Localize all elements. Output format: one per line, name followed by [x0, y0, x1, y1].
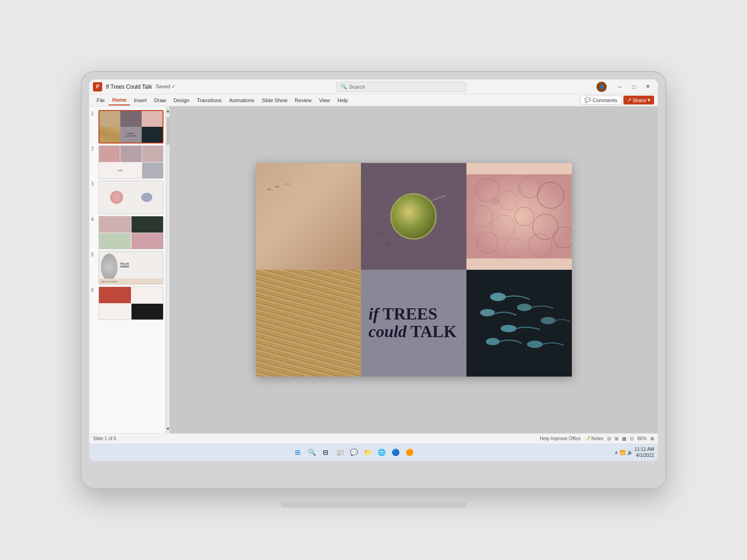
- slide-3-thumb[interactable]: [98, 181, 164, 214]
- slide-1-thumb[interactable]: if TREEScould TALK: [98, 110, 164, 143]
- laptop-frame: P If Trees Could Talk Saved ✓ 🔍 Search 👤…: [81, 71, 666, 489]
- slide-cell-top-left: [256, 163, 361, 270]
- powerpoint-taskbar-button[interactable]: 🟠: [404, 447, 415, 458]
- title-bar-right: 👤 ─ □ ✕: [561, 82, 654, 92]
- powerpoint-window: P If Trees Could Talk Saved ✓ 🔍 Search 👤…: [89, 79, 658, 461]
- slide-4-number: 4: [91, 217, 97, 222]
- view-presenter-icon[interactable]: ⊡: [630, 436, 634, 441]
- svg-point-15: [490, 293, 506, 301]
- slide-cell-bottom-right: [466, 270, 572, 377]
- tab-animations[interactable]: Animations: [225, 96, 258, 105]
- share-button[interactable]: ↗ Share ▾: [623, 96, 654, 104]
- slide-4-thumb[interactable]: [98, 216, 164, 249]
- clock-display[interactable]: 11:11 AM 4/1/2022: [635, 446, 654, 458]
- notes-button[interactable]: 📝 Notes: [584, 436, 603, 441]
- stars-decoration: [370, 226, 398, 260]
- slide-cell-top-center: [361, 163, 466, 270]
- wifi-icon[interactable]: 📶: [620, 450, 625, 455]
- scroll-thumb[interactable]: [167, 117, 170, 145]
- title-could: could: [368, 322, 406, 341]
- search-text: Search: [349, 84, 365, 90]
- svg-point-17: [500, 325, 516, 332]
- cell-pattern-svg: [466, 163, 572, 270]
- maximize-button[interactable]: □: [627, 82, 640, 92]
- share-label: Share: [633, 98, 646, 103]
- edge-button[interactable]: 🌐: [376, 447, 387, 458]
- tab-home[interactable]: Home: [109, 95, 131, 105]
- svg-point-16: [480, 309, 495, 316]
- slide-5-item[interactable]: 5 POLLINBODIES TRAVELING S: [91, 251, 164, 285]
- slide-6-thumb[interactable]: [98, 287, 164, 320]
- slide-2-item[interactable]: 2 cells: [91, 145, 164, 179]
- bird-silhouettes: [256, 163, 361, 270]
- fit-slide-icon[interactable]: ⊠: [650, 436, 654, 441]
- tab-slideshow[interactable]: Slide Show: [258, 96, 291, 105]
- ppt-logo-text: P: [96, 84, 99, 89]
- share-dropdown-icon: ▾: [648, 97, 650, 103]
- comments-label: Comments: [592, 98, 617, 103]
- window-controls: ─ □ ✕: [613, 82, 654, 92]
- slide-3-item[interactable]: 3: [91, 181, 164, 214]
- slide-1-item[interactable]: 1 if TREEScould TALK: [91, 110, 164, 143]
- slide-2-number: 2: [91, 146, 97, 151]
- explorer-button[interactable]: 📁: [362, 447, 373, 458]
- tab-view[interactable]: View: [315, 96, 334, 105]
- slide-cell-top-right: [466, 163, 572, 270]
- search-box[interactable]: 🔍 Search: [336, 82, 466, 92]
- minimize-button[interactable]: ─: [613, 82, 626, 92]
- wood-grain-texture: [256, 270, 361, 377]
- ribbon-tabs-row: File Home Insert Draw Design Transitions…: [89, 94, 658, 106]
- title-bar-left: P If Trees Could Talk Saved ✓: [93, 82, 242, 91]
- tab-design[interactable]: Design: [170, 96, 193, 105]
- svg-point-18: [486, 338, 499, 345]
- store-button[interactable]: 🔵: [390, 447, 401, 458]
- tab-help[interactable]: Help: [334, 96, 352, 105]
- slide-panel: 1 if TREEScould TALK: [89, 106, 166, 433]
- slide-5-thumb[interactable]: POLLINBODIES TRAVELING SEEDS: [98, 251, 164, 285]
- slide-3-number: 3: [91, 182, 97, 187]
- laptop-screen: P If Trees Could Talk Saved ✓ 🔍 Search 👤…: [89, 79, 658, 461]
- slide-main-title: if TREES could TALK: [368, 306, 457, 341]
- search-taskbar-button[interactable]: 🔍: [306, 447, 317, 458]
- slide-2-thumb[interactable]: cells: [98, 145, 164, 179]
- start-button[interactable]: ⊞: [292, 447, 303, 458]
- tab-transitions[interactable]: Transitions: [193, 96, 225, 105]
- title-trees: TREES: [383, 305, 438, 323]
- title-bar-center: 🔍 Search: [242, 82, 561, 92]
- slide-canvas-area: if TREES could TALK: [170, 106, 658, 433]
- tab-insert[interactable]: Insert: [130, 96, 151, 105]
- view-normal-icon[interactable]: ⊟: [607, 436, 611, 441]
- slide-4-item[interactable]: 4: [91, 216, 164, 249]
- title-if: if: [368, 305, 379, 323]
- widgets-button[interactable]: 📰: [334, 447, 345, 458]
- share-icon: ↗: [627, 97, 631, 103]
- view-slide-sorter-icon[interactable]: ⊞: [615, 436, 618, 441]
- saved-indicator: Saved ✓: [156, 84, 176, 90]
- view-reading-icon[interactable]: ▦: [622, 436, 626, 441]
- slide-content-grid: if TREES could TALK: [256, 163, 572, 377]
- ppt-logo: P: [93, 82, 102, 91]
- tab-file[interactable]: File: [93, 96, 109, 105]
- tab-review[interactable]: Review: [291, 96, 315, 105]
- file-title: If Trees Could Talk: [106, 84, 152, 90]
- svg-point-13: [491, 196, 499, 205]
- volume-icon[interactable]: 🔊: [627, 450, 633, 455]
- title-talk: TALK: [411, 322, 457, 341]
- svg-point-20: [527, 340, 543, 348]
- svg-point-14: [516, 187, 522, 194]
- help-office: Help Improve Office: [540, 436, 581, 441]
- taskview-button[interactable]: ⊟: [320, 447, 331, 458]
- chevron-icon[interactable]: ∧: [615, 450, 618, 455]
- svg-point-21: [541, 317, 556, 324]
- slide-panel-scrollbar[interactable]: ▲ ▼: [166, 106, 170, 433]
- windows-taskbar: ⊞ 🔍 ⊟ 📰 💬 📁 🌐 🔵 🟠 ∧ 📶 🔊 11:11 AM: [89, 443, 658, 461]
- slide-6-item[interactable]: 6: [91, 287, 164, 320]
- slide-5-number: 5: [91, 252, 97, 257]
- comments-button[interactable]: 💬 Comments: [580, 96, 621, 104]
- close-button[interactable]: ✕: [641, 82, 654, 92]
- search-icon: 🔍: [341, 84, 347, 90]
- microorganism-svg: [466, 270, 572, 377]
- teams-button[interactable]: 💬: [348, 447, 359, 458]
- tab-draw[interactable]: Draw: [151, 96, 170, 105]
- slide-info: Slide 1 of 6: [93, 436, 116, 441]
